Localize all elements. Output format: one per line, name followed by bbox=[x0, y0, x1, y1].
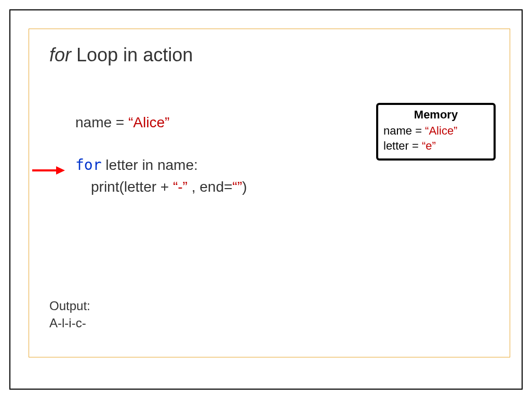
memory-var-2: letter = “e” bbox=[383, 139, 488, 154]
code-line3-dash: “-” bbox=[173, 179, 188, 195]
memory-box: Memory name = “Alice” letter = “e” bbox=[376, 103, 496, 161]
memory-var2-value: “e” bbox=[422, 139, 436, 152]
code-line3-suffix: ) bbox=[242, 179, 247, 195]
memory-var2-label: letter = bbox=[383, 139, 422, 152]
title-italic: for bbox=[49, 44, 71, 65]
code-line3-mid: , end= bbox=[188, 179, 232, 195]
code-for-keyword: for bbox=[75, 156, 102, 174]
svg-marker-1 bbox=[56, 166, 65, 175]
arrow-icon bbox=[31, 165, 65, 176]
code-line1-prefix: name = bbox=[75, 114, 128, 130]
code-line3-empty: “” bbox=[232, 179, 242, 195]
memory-var1-value: “Alice” bbox=[425, 124, 457, 137]
code-line2-rest: letter in name: bbox=[102, 157, 198, 173]
output-value: A-l-i-c- bbox=[49, 315, 90, 331]
code-line-3: print(letter + “-” , end=“”) bbox=[75, 176, 247, 198]
memory-var-1: name = “Alice” bbox=[383, 124, 488, 139]
code-line3-prefix: print(letter + bbox=[91, 179, 173, 195]
slide-title: for Loop in action bbox=[49, 44, 193, 66]
code-block: name = “Alice” for letter in name: print… bbox=[75, 112, 247, 198]
code-line-1: name = “Alice” bbox=[75, 112, 247, 134]
code-line1-string: “Alice” bbox=[128, 114, 169, 130]
output-label: Output: bbox=[49, 298, 90, 314]
code-line-2: for letter in name: bbox=[75, 154, 247, 176]
title-rest: Loop in action bbox=[71, 44, 193, 65]
output-block: Output: A-l-i-c- bbox=[49, 298, 90, 331]
memory-var1-label: name = bbox=[383, 124, 425, 137]
memory-title: Memory bbox=[383, 108, 488, 122]
